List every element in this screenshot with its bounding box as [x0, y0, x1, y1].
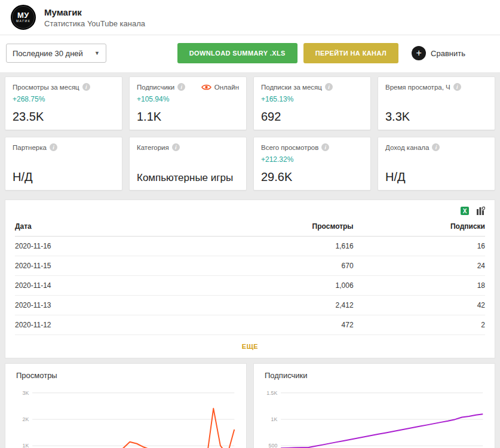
stat-card-label: Подписчики: [137, 84, 174, 91]
cell-views: 1,006: [226, 276, 353, 296]
stat-card-percent: +212.32%: [261, 155, 363, 164]
page-title: Мумагик: [44, 7, 145, 17]
stat-card-label: Доход канала: [385, 144, 429, 151]
stat-card-percent: [13, 155, 115, 164]
cards-grid: Просмотры за месяцi+268.75%23.5KПодписчи…: [0, 72, 500, 195]
cell-subscriptions: 42: [354, 296, 485, 315]
stat-card-value: Компьютерные игры: [137, 172, 239, 184]
online-status: Онлайн: [201, 84, 239, 91]
stat-card-header: Доход каналаi: [385, 143, 487, 151]
cell-views: 2,412: [226, 296, 353, 315]
info-icon[interactable]: i: [325, 83, 333, 91]
compare-control[interactable]: + Сравнить: [412, 46, 465, 60]
stat-card-label: Время просмотра, Ч: [385, 84, 450, 91]
cell-views: 472: [226, 315, 353, 335]
eye-icon: [201, 84, 211, 91]
stat-card: Просмотры за месяцi+268.75%23.5K: [5, 76, 122, 130]
chevron-down-icon: ▼: [94, 50, 100, 56]
table-row: 2020-11-132,41242: [15, 296, 485, 315]
views-chart: 01K2K3KОкт 25Ноя 1Ноя 8Ноя 15: [10, 387, 241, 448]
stat-card-label: Подписки за месяц: [261, 84, 322, 91]
stat-card: Всего просмотровi+212.32%29.6K: [253, 137, 371, 191]
table-tools: X: [15, 204, 485, 217]
stat-card-value: 29.6K: [261, 170, 363, 184]
stat-card: Доход каналаiН/Д: [378, 137, 495, 191]
stat-card-percent: +268.75%: [13, 95, 115, 103]
info-icon[interactable]: i: [177, 83, 185, 91]
col-header-subscriptions: Подписки: [354, 217, 485, 237]
svg-text:3K: 3K: [23, 390, 29, 396]
cell-subscriptions: 24: [354, 256, 485, 276]
stat-card-percent: +165.13%: [261, 95, 363, 103]
stat-card-header: Всего просмотровi: [261, 143, 363, 151]
cell-subscriptions: 16: [354, 237, 485, 256]
stat-card-label: Просмотры за месяц: [13, 84, 79, 91]
daily-stats-panel: X Дата Просмотры Подписки 2020-11-161,61…: [5, 200, 495, 358]
info-icon[interactable]: i: [453, 83, 461, 91]
stats-table-body: 2020-11-161,616162020-11-15670242020-11-…: [15, 237, 485, 335]
stat-card: Подписки за месяцi+165.13%692: [253, 76, 371, 130]
svg-text:2K: 2K: [23, 416, 29, 422]
stat-card-percent: [385, 95, 487, 103]
stat-card-header: Партнеркаi: [13, 143, 115, 151]
stat-card-percent: [385, 155, 487, 164]
compare-label: Сравнить: [431, 49, 465, 58]
table-row: 2020-11-141,00618: [15, 276, 485, 296]
col-header-views: Просмотры: [226, 217, 353, 237]
period-select[interactable]: Последние 30 дней ▼: [6, 44, 106, 63]
charts-row: Просмотры 01K2K3KОкт 25Ноя 1Ноя 8Ноя 15 …: [0, 363, 500, 448]
page-header: МУ МАГИК Мумагик Статистика YouTube кана…: [0, 0, 500, 35]
cell-date: 2020-11-15: [15, 256, 226, 276]
stat-card-header: Время просмотра, Чi: [385, 83, 487, 91]
stat-card-header: Подписки за месяцi: [261, 83, 363, 91]
online-label: Онлайн: [214, 84, 239, 91]
columns-settings-icon[interactable]: [476, 206, 485, 216]
subscribers-chart: 05001K1.5KОкт 25Ноя 1Ноя 8Ноя 15: [259, 387, 490, 448]
cell-date: 2020-11-16: [15, 237, 226, 256]
stat-card-value: 3.3K: [385, 110, 487, 124]
views-chart-card: Просмотры 01K2K3KОкт 25Ноя 1Ноя 8Ноя 15: [5, 363, 247, 448]
stat-card-value: 692: [261, 110, 363, 124]
stat-card: КатегорияiКомпьютерные игры: [129, 137, 247, 191]
stat-card-label: Категория: [137, 144, 169, 151]
views-chart-title: Просмотры: [16, 371, 241, 380]
stat-card: Время просмотра, Чi3.3K: [378, 76, 495, 130]
table-header-row: Дата Просмотры Подписки: [15, 217, 485, 237]
stat-card-percent: [137, 155, 239, 164]
header-titles: Мумагик Статистика YouTube канала: [44, 7, 145, 28]
subscribers-chart-card: Подписчики 05001K1.5KОкт 25Ноя 1Ноя 8Ноя…: [253, 363, 495, 448]
stat-card-header: Категорияi: [137, 143, 239, 151]
cell-date: 2020-11-13: [15, 296, 226, 315]
cell-views: 670: [226, 256, 353, 276]
col-header-date: Дата: [15, 217, 226, 237]
svg-text:1K: 1K: [23, 443, 29, 448]
info-icon[interactable]: i: [432, 143, 440, 151]
cell-date: 2020-11-14: [15, 276, 226, 296]
stat-card-percent: +105.94%: [137, 95, 239, 103]
toolbar: Последние 30 дней ▼ DOWNLOAD SUMMARY .XL…: [0, 35, 500, 72]
table-row: 2020-11-124722: [15, 315, 485, 335]
download-summary-button[interactable]: DOWNLOAD SUMMARY .XLS: [177, 43, 297, 63]
go-to-channel-button[interactable]: ПЕРЕЙТИ НА КАНАЛ: [303, 43, 398, 63]
info-icon[interactable]: i: [50, 143, 57, 151]
info-icon[interactable]: i: [82, 83, 90, 91]
table-row: 2020-11-1567024: [15, 256, 485, 276]
stat-card-value: Н/Д: [385, 170, 487, 184]
show-more-button[interactable]: ЕЩЕ: [230, 335, 270, 358]
cell-subscriptions: 18: [354, 276, 485, 296]
svg-text:1.5K: 1.5K: [266, 390, 277, 396]
stat-card-value: 23.5K: [13, 110, 115, 124]
cell-date: 2020-11-12: [15, 315, 226, 335]
period-select-value: Последние 30 дней: [13, 49, 83, 58]
info-icon[interactable]: i: [172, 143, 180, 151]
logo-text-top: МУ: [17, 11, 29, 19]
stat-card-header: ПодписчикиiОнлайн: [137, 83, 239, 91]
stat-card-label: Партнерка: [13, 144, 47, 151]
table-row: 2020-11-161,61616: [15, 237, 485, 256]
channel-logo: МУ МАГИК: [11, 5, 36, 30]
compare-add-icon[interactable]: +: [412, 46, 426, 60]
info-icon[interactable]: i: [321, 143, 329, 151]
export-excel-icon[interactable]: X: [460, 206, 470, 216]
logo-text-bottom: МАГИК: [16, 19, 30, 23]
stat-card-label: Всего просмотров: [261, 144, 318, 151]
